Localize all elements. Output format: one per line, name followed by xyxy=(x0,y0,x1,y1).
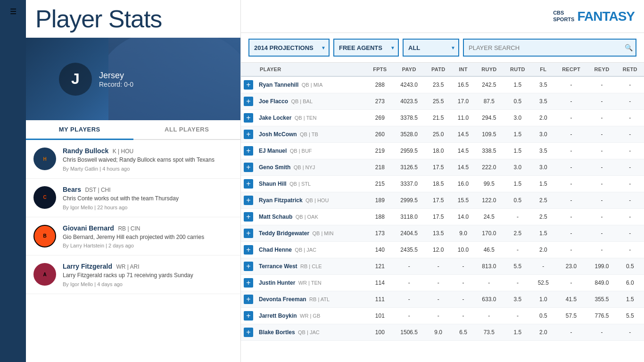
player-name-link[interactable]: Joe Flacco xyxy=(259,98,288,105)
player-name-cell: Joe Flacco QB | BAL xyxy=(256,93,366,110)
page-title: Player Stats xyxy=(35,5,231,33)
stat-reyd: - xyxy=(587,176,616,192)
stats-table-wrapper[interactable]: PLAYER FPTS PAYD PATD INT RUYD RUTD FL R… xyxy=(241,63,644,362)
stat-ruyd: 294.5 xyxy=(475,110,504,126)
add-cell: + xyxy=(241,275,256,291)
player-name-link[interactable]: Josh McCown xyxy=(259,131,297,138)
stat-payd: 1506.5 xyxy=(393,324,425,341)
stat-rutd: 1.5 xyxy=(504,176,532,192)
add-cell: + xyxy=(241,291,256,308)
stat-fl: 52.5 xyxy=(532,275,555,291)
add-cell: + xyxy=(241,225,256,242)
top-bar: CBS SPORTS FANTASY xyxy=(241,0,644,33)
stat-retd: - xyxy=(616,159,644,176)
add-player-button[interactable]: + xyxy=(244,311,253,321)
table-row: + Ryan Fitzpatrick QB | HOU 189 2999.5 1… xyxy=(241,192,644,209)
player-name-link[interactable]: Ryan Fitzpatrick xyxy=(259,197,303,204)
stat-ruyd: 170.0 xyxy=(475,225,504,242)
stat-fpts: 111 xyxy=(366,291,393,308)
news-item[interactable]: A Larry Fitzgerald WR | ARI Larry Fitzge… xyxy=(26,255,240,294)
news-headline: Larry Fitzgerald racks up 71 receiving y… xyxy=(63,272,193,280)
add-player-button[interactable]: + xyxy=(244,328,253,337)
position-filter-wrapper: ALLQBRBWRTEKDST xyxy=(403,39,459,57)
news-meta: By Igor Mello | 22 hours ago xyxy=(63,205,179,210)
tab-all-players[interactable]: ALL PLAYERS xyxy=(133,120,241,139)
stat-reyd: - xyxy=(587,93,616,110)
search-wrapper xyxy=(463,39,636,57)
right-panel: CBS SPORTS FANTASY 2014 PROJECTIONS2013 … xyxy=(240,0,644,362)
stat-fpts: 100 xyxy=(366,324,393,341)
add-player-button[interactable]: + xyxy=(244,163,253,172)
news-item[interactable]: B Giovani Bernard RB | CIN Gio Bernard, … xyxy=(26,217,240,256)
stat-reyd: - xyxy=(587,126,616,143)
player-name-link[interactable]: Blake Bortles xyxy=(259,329,295,336)
add-player-button[interactable]: + xyxy=(244,113,253,123)
player-name-link[interactable]: Justin Hunter xyxy=(259,280,295,286)
stat-retd: - xyxy=(616,225,644,242)
player-name-link[interactable]: Matt Schaub xyxy=(259,214,292,220)
col-patd: PATD xyxy=(425,63,452,76)
news-player-pos: K | HOU xyxy=(113,148,133,155)
player-name-link[interactable]: Geno Smith xyxy=(259,164,290,171)
stat-int: 11.0 xyxy=(452,110,475,126)
player-name-link[interactable]: Jake Locker xyxy=(259,115,291,121)
stat-fpts: 219 xyxy=(366,143,393,159)
stat-rutd: 3.5 xyxy=(504,291,532,308)
player-name-link[interactable]: Jarrett Boykin xyxy=(259,313,297,319)
agent-filter[interactable]: FREE AGENTSALL PLAYERSMY TEAM xyxy=(333,39,399,57)
stat-rutd: - xyxy=(504,209,532,225)
hero-info: Jersey Record: 0-0 xyxy=(99,70,133,88)
stat-recpt: - xyxy=(555,126,588,143)
player-tabs: MY PLAYERS ALL PLAYERS xyxy=(26,120,240,140)
add-player-button[interactable]: + xyxy=(244,146,253,156)
add-player-button[interactable]: + xyxy=(244,179,253,189)
position-filter[interactable]: ALLQBRBWRTEKDST xyxy=(403,39,459,57)
add-player-button[interactable]: + xyxy=(244,212,253,222)
player-name-cell: Ryan Tannehill QB | MIA xyxy=(256,76,366,93)
add-player-button[interactable]: + xyxy=(244,130,253,139)
player-name-link[interactable]: Ryan Tannehill xyxy=(259,82,298,88)
add-player-button[interactable]: + xyxy=(244,80,253,90)
stat-fpts: 288 xyxy=(366,76,393,93)
tab-my-players[interactable]: MY PLAYERS xyxy=(26,120,133,140)
add-player-button[interactable]: + xyxy=(244,278,253,288)
stat-payd: - xyxy=(393,258,425,275)
table-row: + Jarrett Boykin WR | GB 101 - - - - - 0… xyxy=(241,308,644,324)
stat-fpts: 273 xyxy=(366,93,393,110)
add-player-button[interactable]: + xyxy=(244,196,253,205)
stat-patd: - xyxy=(425,291,452,308)
add-player-button[interactable]: + xyxy=(244,229,253,238)
player-details: QB | JAC xyxy=(295,247,316,253)
stat-rutd: - xyxy=(504,242,532,258)
news-item[interactable]: H Randy Bullock K | HOU Chris Boswell wa… xyxy=(26,140,240,179)
player-name-link[interactable]: Chad Henne xyxy=(259,247,292,253)
player-name-link[interactable]: Terrance West xyxy=(259,263,297,270)
stat-patd: 25.5 xyxy=(425,93,452,110)
projection-filter[interactable]: 2014 PROJECTIONS2013 STATSWEEK 1 xyxy=(248,39,330,57)
player-details: WR | TEN xyxy=(298,280,322,286)
news-player-name-text: Giovani Bernard xyxy=(63,224,114,232)
news-item[interactable]: C Bears DST | CHI Chris Conte works out … xyxy=(26,179,240,217)
stat-payd: 3126.5 xyxy=(393,159,425,176)
player-name-link[interactable]: EJ Manuel xyxy=(259,148,287,154)
stat-ruyd: 122.0 xyxy=(475,192,504,209)
stat-payd: - xyxy=(393,308,425,324)
news-content: Randy Bullock K | HOU Chris Boswell waiv… xyxy=(63,147,215,172)
stats-tbody: + Ryan Tannehill QB | MIA 288 4243.0 23.… xyxy=(241,76,644,341)
add-player-button[interactable]: + xyxy=(244,262,253,271)
player-details: QB | BAL xyxy=(291,99,313,104)
stat-patd: - xyxy=(425,308,452,324)
hamburger-icon[interactable]: ☰ xyxy=(10,7,17,16)
player-name-link[interactable]: Teddy Bridgewater xyxy=(259,230,309,237)
add-player-button[interactable]: + xyxy=(244,97,253,106)
table-row: + Justin Hunter WR | TEN 114 - - - - - 5… xyxy=(241,275,644,291)
player-name-link[interactable]: Devonta Freeman xyxy=(259,296,306,303)
stat-rutd: 0.5 xyxy=(504,93,532,110)
player-name-link[interactable]: Shaun Hill xyxy=(259,181,287,187)
col-fl: FL xyxy=(532,63,555,76)
player-search-input[interactable] xyxy=(463,39,636,57)
add-player-button[interactable]: + xyxy=(244,295,253,304)
add-player-button[interactable]: + xyxy=(244,245,253,255)
stat-payd: 4243.0 xyxy=(393,76,425,93)
stat-recpt: 41.5 xyxy=(555,291,588,308)
